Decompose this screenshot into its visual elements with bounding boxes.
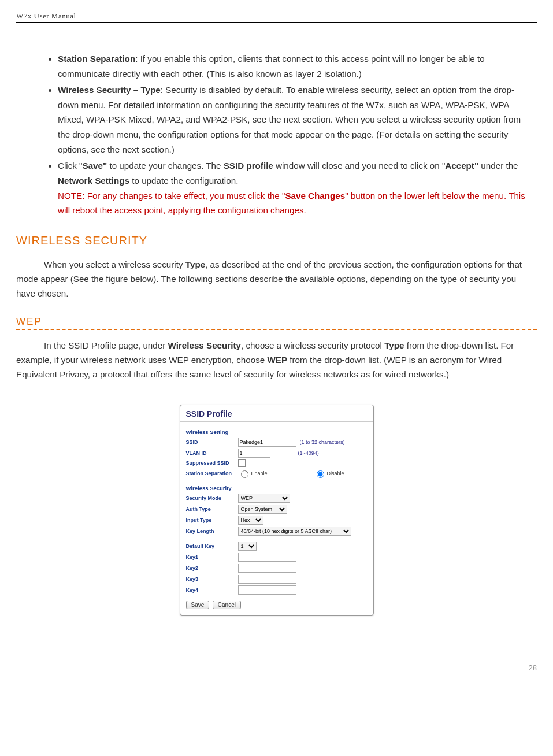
ssid-hint: (1 to 32 characters) [300, 439, 345, 445]
security-mode-label: Security Mode [186, 495, 238, 501]
row-vlan: VLAN ID (1~4094) [186, 449, 368, 458]
disable-radio-wrap: Disable [314, 469, 344, 478]
key4-input[interactable] [238, 585, 296, 595]
note-save-changes: Save Changes [285, 191, 345, 201]
row-security-mode: Security Mode WEP [186, 494, 368, 503]
row-key4: Key4 [186, 585, 368, 595]
row-default-key: Default Key 1 [186, 542, 368, 551]
disable-radio-label: Disable [327, 470, 344, 476]
para-text: When you select a wireless security [44, 260, 185, 269]
list-item: Station Separation: If you enable this o… [58, 51, 531, 81]
input-type-label: Input Type [186, 517, 238, 523]
note-part: NOTE: For any changes to take effect, yo… [58, 191, 285, 201]
key-length-select[interactable]: 40/64-bit (10 hex digits or 5 ASCII char… [238, 527, 351, 536]
bullet-text: to update your changes. The [107, 161, 224, 171]
separation-label: Station Separation [186, 470, 238, 476]
key2-input[interactable] [238, 564, 296, 573]
row-input-type: Input Type Hex [186, 516, 368, 525]
default-key-select[interactable]: 1 [238, 542, 257, 551]
vlan-label: VLAN ID [186, 450, 238, 456]
default-key-label: Default Key [186, 543, 238, 549]
section-wireless-security: WIRELESS SECURITY [16, 234, 537, 249]
page-number: 28 [529, 664, 537, 672]
cancel-button[interactable]: Cancel [213, 601, 241, 609]
bullet-text: to update the configuration. [129, 176, 238, 186]
key2-label: Key2 [186, 565, 238, 571]
section-paragraph: When you select a wireless security Type… [16, 257, 537, 301]
group-wireless-setting: Wireless Setting [186, 429, 368, 435]
bullet-term: Station Separation [58, 54, 135, 64]
dialog-body: Wireless Setting SSID (1 to 32 character… [180, 422, 373, 615]
para-bold: Type [384, 340, 404, 350]
section-paragraph: In the SSID Profile page, under Wireless… [16, 338, 537, 381]
ssid-profile-dialog: SSID Profile Wireless Setting SSID (1 to… [180, 405, 374, 616]
doc-header: W7x User Manual [16, 12, 537, 23]
para-text: , choose a wireless security protocol [241, 340, 384, 350]
bullet-text: window will close and you need to click … [273, 161, 445, 171]
page-footer: 28 [16, 662, 537, 672]
security-mode-select[interactable]: WEP [238, 494, 290, 503]
enable-radio[interactable] [241, 470, 248, 478]
bullet-text: : Security is disabled by default. To en… [58, 85, 521, 154]
para-bold: WEP [267, 355, 287, 365]
doc-header-title: W7x User Manual [16, 12, 76, 20]
vlan-hint: (1~4094) [298, 450, 319, 456]
ssid-input[interactable] [238, 438, 296, 447]
auth-type-select[interactable]: Open System [238, 505, 287, 514]
dialog-title: SSID Profile [180, 405, 373, 422]
row-key2: Key2 [186, 564, 368, 573]
para-bold: Type [185, 260, 205, 269]
bullet-ssid-word: SSID profile [224, 161, 273, 171]
vlan-input[interactable] [238, 449, 270, 458]
list-item: Wireless Security – Type: Security is di… [58, 83, 531, 157]
key4-label: Key4 [186, 587, 238, 593]
section-wep: WEP [16, 316, 537, 330]
bullet-text: under the [478, 161, 518, 171]
enable-radio-wrap: Enable [238, 469, 268, 478]
row-auth-type: Auth Type Open System [186, 505, 368, 514]
group-wireless-security: Wireless Security [186, 485, 368, 491]
para-text: In the SSID Profile page, under [44, 340, 168, 350]
auth-type-label: Auth Type [186, 506, 238, 512]
input-type-select[interactable]: Hex [238, 516, 263, 525]
row-key-length: Key Length 40/64-bit (10 hex digits or 5… [186, 527, 368, 536]
disable-radio[interactable] [317, 470, 324, 478]
bullet-save-word: Save" [83, 161, 107, 171]
list-item: Click "Save" to update your changes. The… [58, 158, 531, 218]
bullet-term: Wireless Security – Type [58, 85, 161, 95]
row-key3: Key3 [186, 575, 368, 584]
enable-radio-label: Enable [251, 470, 268, 476]
para-bold: Wireless Security [168, 340, 241, 350]
ssid-label: SSID [186, 439, 238, 445]
row-suppressed-ssid: Suppressed SSID [186, 459, 368, 467]
note-text: NOTE: For any changes to take effect, yo… [58, 191, 525, 216]
key1-label: Key1 [186, 554, 238, 560]
row-ssid: SSID (1 to 32 characters) [186, 438, 368, 447]
row-key1: Key1 [186, 553, 368, 562]
key3-label: Key3 [186, 576, 238, 582]
key1-input[interactable] [238, 553, 296, 562]
dialog-buttons: Save Cancel [186, 601, 368, 609]
key3-input[interactable] [238, 575, 296, 584]
save-button[interactable]: Save [186, 601, 210, 609]
suppressed-label: Suppressed SSID [186, 460, 238, 466]
key-length-label: Key Length [186, 528, 238, 534]
bullet-accept-word: Accept" [445, 161, 478, 171]
suppressed-checkbox[interactable] [238, 459, 246, 467]
row-station-separation: Station Separation Enable Disable [186, 469, 368, 478]
bullet-ns-word: Network Settings [58, 176, 129, 186]
bullet-list: Station Separation: If you enable this o… [16, 51, 531, 218]
bullet-text: Click " [58, 161, 83, 171]
